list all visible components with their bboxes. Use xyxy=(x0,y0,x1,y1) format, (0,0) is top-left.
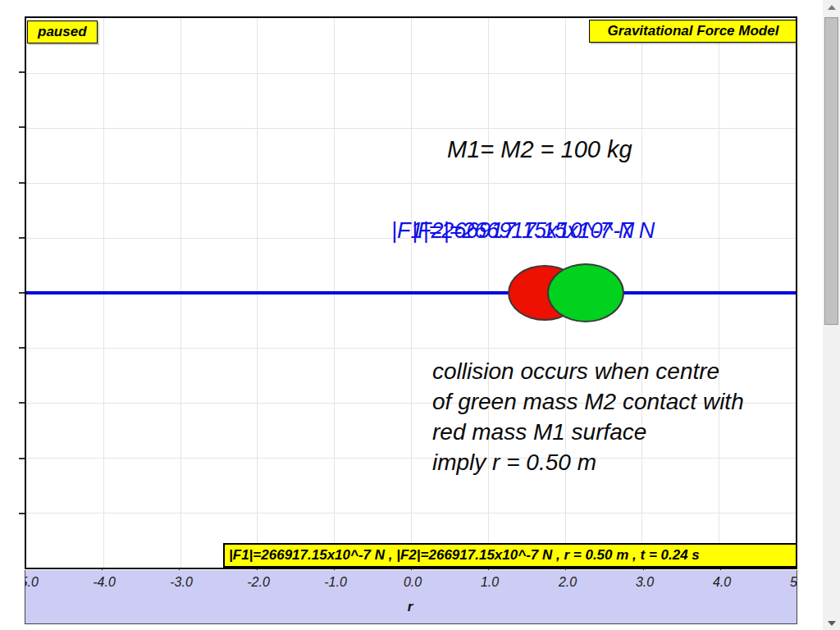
simulation-window: paused Gravitational Force Model M1= M2 … xyxy=(0,0,840,630)
y-axis-tick xyxy=(19,237,25,239)
pause-status-badge: paused xyxy=(27,21,98,43)
model-title-badge: Gravitational Force Model xyxy=(589,20,797,43)
x-axis-tick-label: 1.0 xyxy=(469,575,510,590)
y-axis-tick xyxy=(19,126,25,128)
scroll-up-icon xyxy=(828,5,836,10)
scroll-up-button[interactable] xyxy=(823,0,840,14)
gridline-horizontal xyxy=(26,348,796,349)
mass-m2-green[interactable] xyxy=(547,263,624,322)
x-axis-tick-label: -5.0 xyxy=(25,575,48,590)
y-axis-tick xyxy=(19,513,25,514)
model-title-label: Gravitational Force Model xyxy=(608,23,779,39)
y-axis-tick xyxy=(19,71,25,73)
force-readout-text: |F1|=266917.15x10^-7 N , |F2|=266917.15x… xyxy=(229,547,700,564)
x-axis-tick-label: 2.0 xyxy=(547,575,588,590)
y-axis-tick xyxy=(19,292,25,294)
x-axis-tick-label: 5.0 xyxy=(778,575,797,590)
x-axis-tick-label: -3.0 xyxy=(161,575,202,590)
x-axis-title: r xyxy=(390,599,431,615)
mass-annotation: M1= M2 = 100 kg xyxy=(447,136,632,163)
scrollbar-thumb[interactable] xyxy=(824,17,838,325)
collision-line-4: imply r = 0.50 m xyxy=(432,447,744,477)
y-axis-tick xyxy=(19,458,25,459)
force-readout-bar: |F1|=266917.15x10^-7 N , |F2|=266917.15x… xyxy=(223,543,797,568)
y-axis-tick xyxy=(19,347,25,349)
x-axis-tick-label: -1.0 xyxy=(315,575,356,590)
collision-line-3: red mass M1 surface xyxy=(432,417,744,447)
collision-annotation: collision occurs when centre of green ma… xyxy=(432,356,744,477)
scroll-down-icon xyxy=(828,621,836,626)
scroll-down-button[interactable] xyxy=(823,616,840,630)
y-axis-tick xyxy=(19,182,25,184)
vertical-scrollbar[interactable] xyxy=(823,0,840,630)
x-axis-tick-label: -4.0 xyxy=(84,575,125,590)
x-axis-tick-label: 3.0 xyxy=(624,575,665,590)
x-axis-tick-label: 4.0 xyxy=(701,575,742,590)
force2-label: |F2|=266917.15x10^-7 N xyxy=(412,218,655,244)
collision-line-1: collision occurs when centre xyxy=(432,356,744,386)
force-axis-line xyxy=(26,291,796,294)
y-axis-tick xyxy=(19,402,25,404)
x-axis-tick-label: 0.0 xyxy=(392,575,433,590)
plot-area: paused Gravitational Force Model M1= M2 … xyxy=(25,16,797,569)
x-axis-band: -5.0-4.0-3.0-2.0-1.00.01.02.03.04.05.0 r xyxy=(25,570,797,624)
pause-status-label: paused xyxy=(38,24,87,40)
collision-line-2: of green mass M2 contact with xyxy=(432,386,744,417)
gridline-horizontal xyxy=(26,513,796,514)
x-axis-tick-label: -2.0 xyxy=(238,575,279,590)
